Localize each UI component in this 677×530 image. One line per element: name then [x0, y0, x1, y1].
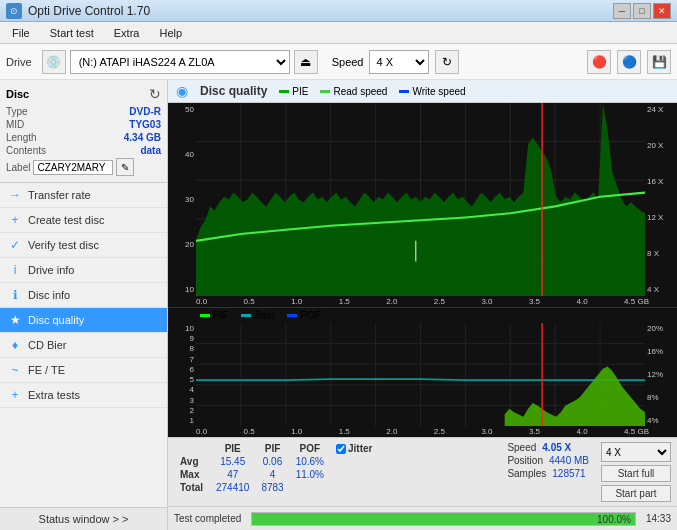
menu-start-test[interactable]: Start test	[42, 25, 102, 41]
x-top-15: 1.5	[339, 297, 350, 306]
save-button[interactable]: 💾	[647, 50, 671, 74]
create-test-disc-icon: +	[8, 213, 22, 227]
y-axis-bot-right: 20% 16% 12% 8% 4%	[645, 323, 677, 426]
status-window-label: Status window > >	[39, 513, 129, 525]
legend-pie: PIE	[279, 86, 308, 97]
x-top-35: 3.5	[529, 297, 540, 306]
disc-mid-label: MID	[6, 119, 24, 130]
x-axis-bottom: 0.0 0.5 1.0 1.5 2.0 2.5 3.0 3.5 4.0 4.5 …	[168, 426, 677, 437]
stats-table: PIE PIF POF Jitter Avg 15.45	[174, 442, 378, 494]
stats-col-pie: PIE	[210, 442, 255, 455]
verify-test-disc-icon: ✓	[8, 238, 22, 252]
sidebar-item-create-test-disc[interactable]: + Create test disc	[0, 208, 167, 233]
menu-extra[interactable]: Extra	[106, 25, 148, 41]
progress-text: 100.0%	[597, 513, 631, 527]
fe-te-icon: ~	[8, 363, 22, 377]
menubar: File Start test Extra Help	[0, 22, 677, 44]
stats-col-pof: POF	[290, 442, 330, 455]
sidebar-item-transfer-rate-label: Transfer rate	[28, 189, 91, 201]
sidebar-item-verify-test-disc-label: Verify test disc	[28, 239, 99, 251]
speed-select-stats[interactable]: 4 X	[601, 442, 671, 462]
settings-button[interactable]: 🔴	[587, 50, 611, 74]
speed-position-info: Speed 4.05 X Position 4440 MB Samples 12…	[507, 442, 589, 479]
disc-info-icon: ℹ	[8, 288, 22, 302]
x-bot-05: 0.5	[244, 427, 255, 436]
sidebar-item-verify-test-disc[interactable]: ✓ Verify test disc	[0, 233, 167, 258]
drive-select[interactable]: (N:) ATAPI iHAS224 A ZL0A	[70, 50, 290, 74]
sidebar-item-cd-bier[interactable]: ♦ CD Bier	[0, 333, 167, 358]
time-display: 14:33	[646, 513, 671, 524]
start-part-button[interactable]: Start part	[601, 485, 671, 502]
legend-pof: POF	[287, 310, 321, 321]
cd-bier-icon: ♦	[8, 338, 22, 352]
y-top-50: 50	[168, 105, 196, 114]
info-button[interactable]: 🔵	[617, 50, 641, 74]
eject-button[interactable]: ⏏	[294, 50, 318, 74]
sidebar-item-fe-te[interactable]: ~ FE / TE	[0, 358, 167, 383]
x-top-45gb: 4.5 GB	[624, 297, 649, 306]
disc-label-input[interactable]	[33, 160, 113, 175]
stats-max-pif: 4	[255, 468, 289, 481]
sidebar-item-extra-tests[interactable]: + Extra tests	[0, 383, 167, 408]
stats-avg-label: Avg	[174, 455, 210, 468]
sidebar-item-drive-info[interactable]: i Drive info	[0, 258, 167, 283]
position-label: Position	[507, 455, 543, 466]
stats-right: Speed 4.05 X Position 4440 MB Samples 12…	[507, 442, 671, 502]
y-bot-r-20pct: 20%	[645, 324, 677, 333]
jitter-checkbox[interactable]	[336, 444, 346, 454]
disc-refresh-icon[interactable]: ↻	[149, 86, 161, 102]
y-bot-r-12pct: 12%	[645, 370, 677, 379]
menu-help[interactable]: Help	[151, 25, 190, 41]
bottom-chart: 10 9 8 7 6 5 4 3 2 1 20% 16% 12% 8%	[168, 323, 677, 426]
stats-row-max: Max 47 4 11.0%	[174, 468, 378, 481]
speed-select[interactable]: 4 X	[369, 50, 429, 74]
stats-col-pif: PIF	[255, 442, 289, 455]
start-full-button[interactable]: Start full	[601, 465, 671, 482]
stats-total-pif: 8783	[255, 481, 289, 494]
samples-label: Samples	[507, 468, 546, 479]
pie-legend-color	[279, 90, 289, 93]
extra-tests-icon: +	[8, 388, 22, 402]
y-bot-2: 2	[168, 406, 196, 415]
close-button[interactable]: ✕	[653, 3, 671, 19]
bottom-bar: Test completed 100.0% 14:33	[168, 506, 677, 530]
y-bot-7: 7	[168, 355, 196, 364]
maximize-button[interactable]: □	[633, 3, 651, 19]
status-window-button[interactable]: Status window > >	[0, 507, 167, 530]
y-bot-4: 4	[168, 385, 196, 394]
pof-legend-color	[287, 314, 297, 317]
x-axis-top: 0.0 0.5 1.0 1.5 2.0 2.5 3.0 3.5 4.0 4.5 …	[168, 296, 677, 307]
minimize-button[interactable]: ─	[613, 3, 631, 19]
sidebar-footer: Status window > >	[0, 507, 167, 530]
y-bot-8: 8	[168, 344, 196, 353]
sidebar-item-disc-quality[interactable]: ★ Disc quality	[0, 308, 167, 333]
stats-row: PIE PIF POF Jitter Avg 15.45	[174, 442, 671, 502]
pof-legend-label: POF	[300, 310, 321, 321]
x-top-0: 0.0	[196, 297, 207, 306]
stats-avg-pof: 10.6%	[290, 455, 330, 468]
legend-jitter: Jitter	[241, 310, 276, 321]
bottom-chart-svg	[196, 323, 645, 426]
x-top-1: 1.0	[291, 297, 302, 306]
y-top-r-16x: 16 X	[645, 177, 677, 186]
sidebar-item-create-test-disc-label: Create test disc	[28, 214, 104, 226]
y-bot-1: 1	[168, 416, 196, 425]
refresh-button[interactable]: ↻	[435, 50, 459, 74]
x-bot-3: 3.0	[481, 427, 492, 436]
y-top-30: 30	[168, 195, 196, 204]
y-top-10: 10	[168, 285, 196, 294]
x-top-05: 0.5	[244, 297, 255, 306]
y-bot-r-16pct: 16%	[645, 347, 677, 356]
disc-label-edit-button[interactable]: ✎	[116, 158, 134, 176]
disc-title: Disc	[6, 88, 29, 100]
stats-avg-pie: 15.45	[210, 455, 255, 468]
sidebar-item-disc-info[interactable]: ℹ Disc info	[0, 283, 167, 308]
sidebar-item-transfer-rate[interactable]: → Transfer rate	[0, 183, 167, 208]
y-bot-6: 6	[168, 365, 196, 374]
x-top-3: 3.0	[481, 297, 492, 306]
menu-file[interactable]: File	[4, 25, 38, 41]
stats-row-total: Total 274410 8783	[174, 481, 378, 494]
pif-legend-color	[200, 314, 210, 317]
disc-type-value: DVD-R	[129, 106, 161, 117]
y-top-40: 40	[168, 150, 196, 159]
